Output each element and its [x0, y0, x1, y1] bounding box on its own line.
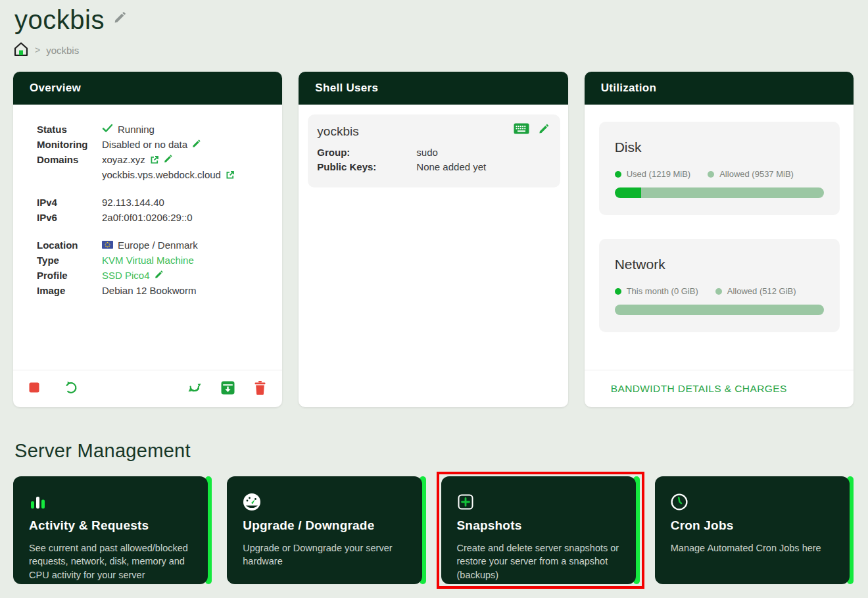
disk-used-legend: Used (1219 MiB)	[615, 169, 691, 179]
network-progress-bar	[615, 305, 824, 315]
group-value: sudo	[416, 145, 438, 160]
group-label: Group:	[317, 145, 416, 160]
edit-domains-button[interactable]	[164, 152, 173, 167]
allowed-dot-icon	[708, 171, 714, 178]
management-card-title: Cron Jobs	[671, 518, 834, 533]
archive-backup-button[interactable]	[221, 381, 235, 397]
ipv4-value: 92.113.144.40	[102, 195, 164, 210]
clock-icon	[671, 492, 834, 512]
disk-utilization-panel: Disk Used (1219 MiB) Allowed (9537 MiB)	[599, 122, 840, 215]
overview-card-header: Overview	[13, 72, 282, 105]
domain-value: xoyaz.xyz	[102, 152, 145, 167]
main-cards-row: Overview Status Running Monitoring Disab…	[13, 72, 854, 407]
type-link[interactable]: KVM Virtual Machine	[102, 253, 194, 268]
management-card-description: Create and delete server snapshots or re…	[457, 541, 620, 582]
breadcrumb-separator: >	[35, 45, 40, 55]
ipv4-row: IPv4 92.113.144.40	[37, 195, 269, 210]
management-card-description: Upgrade or Downgrade your server hardwar…	[243, 541, 406, 568]
profile-link[interactable]: SSD Pico4	[102, 268, 150, 283]
speedometer-icon	[243, 492, 406, 512]
web-terminal-button[interactable]	[514, 123, 529, 137]
edit-monitoring-button[interactable]	[192, 137, 201, 152]
utilization-card-header: Utilization	[585, 72, 854, 105]
overview-footer-toolbar	[13, 370, 282, 407]
domains-label: Domains	[37, 152, 102, 182]
server-management-row: Activity & Requests See current and past…	[13, 476, 854, 584]
pencil-icon	[164, 152, 173, 167]
edit-shell-user-button[interactable]	[539, 123, 550, 137]
ipv6-label: IPv6	[37, 210, 102, 225]
bar-chart-icon	[29, 492, 192, 512]
keyboard-icon	[514, 123, 529, 137]
location-row: Location Europe / Denmark	[37, 237, 269, 253]
pencil-icon	[155, 268, 164, 283]
sync-icon	[187, 380, 202, 397]
location-value: Europe / Denmark	[118, 237, 198, 253]
image-label: Image	[37, 283, 102, 298]
sync-refresh-button[interactable]	[187, 380, 202, 397]
disk-allowed-legend: Allowed (9537 MiB)	[708, 169, 794, 179]
cron-jobs-card[interactable]: Cron Jobs Manage Automated Cron Jobs her…	[655, 476, 850, 584]
edit-server-name-button[interactable]	[114, 11, 127, 26]
reboot-icon	[64, 380, 78, 397]
network-title: Network	[615, 257, 824, 272]
shell-users-card-header: Shell Users	[299, 72, 567, 105]
upgrade-downgrade-card[interactable]: Upgrade / Downgrade Upgrade or Downgrade…	[227, 476, 422, 584]
ipv6-row: IPv6 2a0f:0f01:0206:29::0	[37, 210, 269, 225]
home-icon	[13, 41, 29, 60]
check-icon	[102, 122, 113, 137]
cron-jobs-card-wrapper: Cron Jobs Manage Automated Cron Jobs her…	[655, 476, 854, 584]
breadcrumb-current: yockbis	[46, 45, 79, 56]
type-row: Type KVM Virtual Machine	[37, 253, 269, 268]
used-dot-icon	[615, 288, 621, 295]
utilization-body: Disk Used (1219 MiB) Allowed (9537 MiB)	[585, 105, 854, 356]
eu-flag-icon	[102, 237, 113, 253]
edit-profile-button[interactable]	[155, 268, 164, 283]
archive-icon	[221, 381, 235, 397]
management-card-description: Manage Automated Cron Jobs here	[671, 541, 834, 555]
snapshots-card[interactable]: Snapshots Create and delete server snaps…	[441, 476, 636, 584]
server-management-heading: Server Management	[14, 440, 868, 462]
status-label: Status	[37, 122, 102, 137]
location-label: Location	[37, 237, 102, 253]
pencil-icon	[192, 137, 201, 152]
monitoring-value: Disabled or no data	[102, 137, 187, 152]
disk-progress-fill	[615, 187, 642, 198]
stop-icon	[29, 382, 39, 395]
status-row: Status Running	[37, 122, 269, 137]
type-label: Type	[37, 253, 102, 268]
snapshots-card-wrapper: Snapshots Create and delete server snaps…	[441, 476, 640, 584]
shell-users-card: Shell Users yockbis Group: sudo Public K…	[299, 72, 567, 407]
ipv6-value: 2a0f:0f01:0206:29::0	[102, 210, 193, 225]
external-link-icon[interactable]	[226, 170, 235, 180]
image-row: Image Debian 12 Bookworm	[37, 283, 269, 298]
disk-title: Disk	[615, 139, 824, 155]
breadcrumb-home-link[interactable]	[13, 41, 29, 60]
reboot-server-button[interactable]	[64, 380, 78, 397]
pencil-icon	[114, 11, 127, 26]
domain-value: yockbis.vps.webdock.cloud	[102, 167, 221, 182]
status-value: Running	[118, 122, 155, 137]
used-dot-icon	[615, 171, 621, 178]
monitoring-row: Monitoring Disabled or no data	[37, 137, 269, 152]
bandwidth-details-link[interactable]: BANDWIDTH DETAILS & CHARGES	[611, 383, 787, 395]
activity-requests-card[interactable]: Activity & Requests See current and past…	[13, 476, 208, 584]
management-card-title: Snapshots	[457, 518, 620, 533]
delete-server-button[interactable]	[254, 381, 266, 397]
pencil-icon	[539, 123, 550, 137]
disk-progress-bar	[615, 187, 824, 198]
network-allowed-legend: Allowed (512 GiB)	[715, 286, 796, 296]
external-link-icon[interactable]	[150, 155, 159, 164]
profile-label: Profile	[37, 268, 102, 283]
shell-user-item: yockbis Group: sudo Public Keys: None ad…	[308, 114, 560, 187]
overview-card: Overview Status Running Monitoring Disab…	[13, 72, 282, 407]
utilization-card: Utilization Disk Used (1219 MiB) Allowed…	[585, 72, 854, 407]
network-utilization-panel: Network This month (0 GiB) Allowed (512 …	[599, 239, 840, 332]
shell-users-body: yockbis Group: sudo Public Keys: None ad…	[299, 105, 567, 187]
page-title: yockbis	[14, 5, 105, 35]
network-used-legend: This month (0 GiB)	[615, 286, 698, 296]
stop-server-button[interactable]	[29, 382, 39, 395]
overview-body: Status Running Monitoring Disabled or no…	[13, 105, 282, 298]
public-keys-value: None added yet	[416, 160, 486, 174]
utilization-footer: BANDWIDTH DETAILS & CHARGES	[585, 370, 854, 407]
